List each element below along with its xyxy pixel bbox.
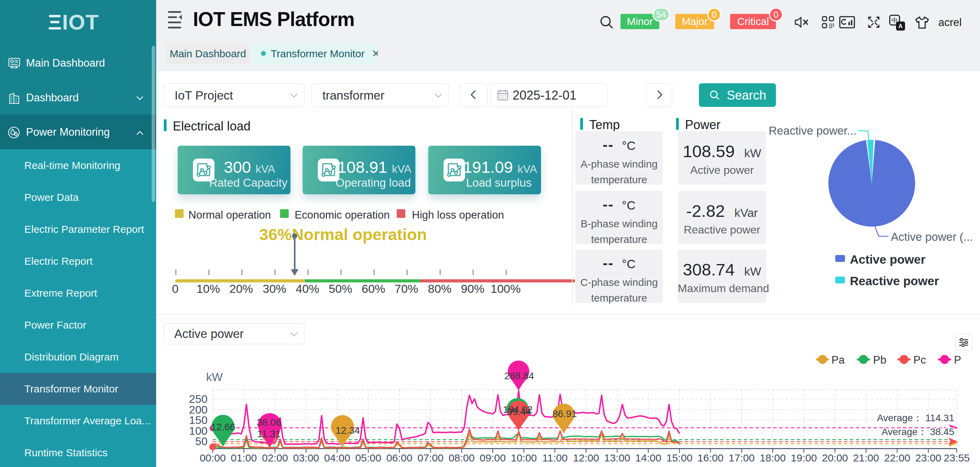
svg-text:38.06: 38.06	[257, 417, 281, 428]
svg-text:01:00: 01:00	[231, 452, 257, 464]
svg-text:16:00: 16:00	[697, 452, 724, 464]
svg-text:12.34: 12.34	[336, 425, 360, 436]
svg-text:07:00: 07:00	[417, 452, 444, 464]
svg-text:21:00: 21:00	[853, 452, 879, 464]
svg-text:50: 50	[195, 435, 207, 448]
svg-text:Average： 38.45: Average： 38.45	[881, 426, 954, 437]
svg-text:02:00: 02:00	[262, 452, 288, 464]
svg-text:20:00: 20:00	[822, 452, 848, 464]
svg-text:00:00: 00:00	[200, 452, 226, 464]
svg-text:12:00: 12:00	[573, 452, 599, 464]
svg-text:05:00: 05:00	[355, 452, 381, 464]
svg-text:15:00: 15:00	[666, 452, 692, 464]
svg-text:03:00: 03:00	[293, 452, 319, 464]
svg-text:22:00: 22:00	[884, 452, 910, 464]
svg-text:18:00: 18:00	[760, 452, 786, 464]
svg-text:13:00: 13:00	[604, 452, 630, 464]
svg-text:12.66: 12.66	[211, 421, 235, 432]
svg-text:08:00: 08:00	[449, 452, 475, 464]
svg-text:14:00: 14:00	[635, 452, 662, 464]
svg-text:06:00: 06:00	[386, 452, 412, 464]
svg-text:288.84: 288.84	[504, 370, 534, 381]
svg-text:11.31: 11.31	[257, 429, 281, 439]
svg-text:99.44: 99.44	[507, 406, 531, 417]
svg-text:17:00: 17:00	[729, 452, 755, 464]
svg-text:04:00: 04:00	[324, 452, 350, 464]
svg-text:23:55: 23:55	[943, 452, 970, 464]
svg-text:09:00: 09:00	[480, 452, 506, 464]
svg-text:Average： 114.31: Average： 114.31	[877, 413, 954, 423]
svg-text:A: A	[899, 23, 903, 30]
svg-text:10:00: 10:00	[511, 452, 537, 464]
svg-text:19:00: 19:00	[791, 452, 817, 464]
svg-text:86.91: 86.91	[552, 408, 577, 419]
svg-text:11:00: 11:00	[542, 452, 568, 464]
svg-text:23:00: 23:00	[915, 452, 941, 464]
